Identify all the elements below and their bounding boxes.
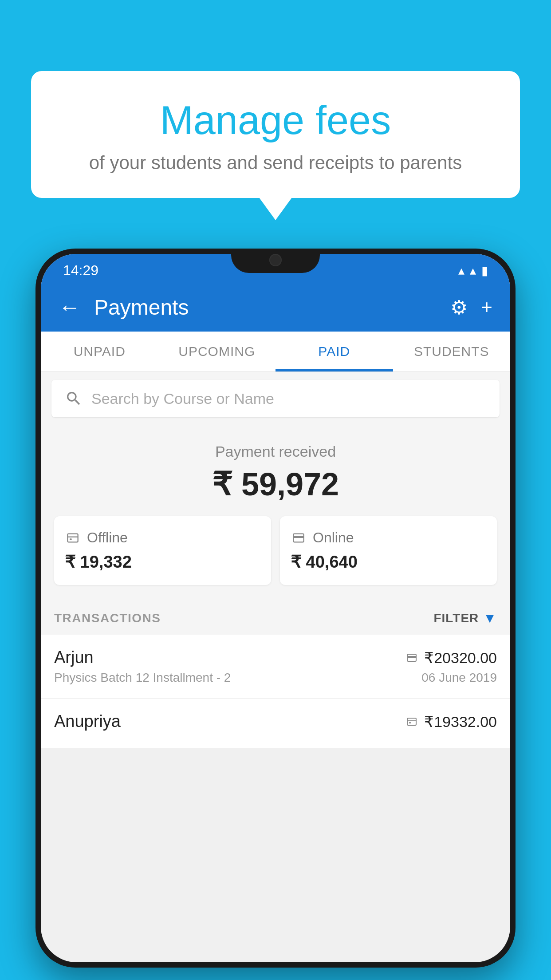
status-icons: ▴ ▴ ▮ <box>458 263 488 278</box>
app-bar: ← Payments ⚙ + <box>41 283 510 332</box>
online-payment-card: Online ₹ 40,640 <box>280 516 497 585</box>
transaction-amount-anupriya: ₹19332.00 <box>424 713 497 731</box>
transaction-name-arjun: Arjun <box>54 648 94 667</box>
svg-rect-2 <box>70 538 72 540</box>
payment-amount: ₹ 59,972 <box>54 466 497 503</box>
phone-screen: 14:29 ▴ ▴ ▮ ← Payments ⚙ + UNPAID UPCO <box>41 254 510 962</box>
add-icon[interactable]: + <box>481 296 492 318</box>
offline-label: Offline <box>87 530 128 546</box>
svg-rect-4 <box>293 536 303 538</box>
offline-payment-icon-anupriya <box>405 716 419 727</box>
transaction-row1-anupriya: Anupriya ₹19332.00 <box>54 712 497 731</box>
phone-notch <box>231 249 320 273</box>
filter-icon: ▼ <box>483 611 497 626</box>
wifi-icon: ▴ <box>458 263 464 278</box>
transactions-label: TRANSACTIONS <box>54 611 161 625</box>
phone-container: 14:29 ▴ ▴ ▮ ← Payments ⚙ + UNPAID UPCO <box>35 249 516 968</box>
payment-label: Payment received <box>54 443 497 460</box>
signal-icon: ▴ <box>470 263 476 278</box>
tab-unpaid[interactable]: UNPAID <box>41 332 158 371</box>
filter-button[interactable]: FILTER ▼ <box>433 611 497 626</box>
svg-rect-9 <box>409 722 411 723</box>
transaction-amount-container-anupriya: ₹19332.00 <box>405 713 497 731</box>
bubble-title: Manage fees <box>67 98 484 143</box>
offline-amount: ₹ 19,332 <box>65 552 260 572</box>
offline-card-header: Offline <box>65 530 260 546</box>
back-button[interactable]: ← <box>59 294 81 320</box>
search-icon <box>65 390 83 407</box>
transaction-detail-arjun: Physics Batch 12 Installment - 2 <box>54 671 231 685</box>
battery-icon: ▮ <box>481 263 488 278</box>
transaction-item-anupriya[interactable]: Anupriya ₹19332.00 <box>41 699 510 748</box>
tab-paid[interactable]: PAID <box>276 332 393 371</box>
app-bar-actions: ⚙ + <box>450 296 492 319</box>
search-placeholder: Search by Course or Name <box>91 390 274 407</box>
transactions-header: TRANSACTIONS FILTER ▼ <box>41 598 510 635</box>
settings-icon[interactable]: ⚙ <box>450 296 468 319</box>
payment-summary: Payment received ₹ 59,972 Offline <box>41 425 510 598</box>
payment-cards: Offline ₹ 19,332 Online ₹ <box>54 516 497 585</box>
online-amount: ₹ 40,640 <box>291 552 486 572</box>
online-card-header: Online <box>291 530 486 546</box>
speech-bubble-container: Manage fees of your students and send re… <box>31 71 520 198</box>
offline-icon <box>65 532 81 544</box>
svg-rect-7 <box>407 718 416 725</box>
front-camera <box>269 254 282 266</box>
transaction-amount-arjun: ₹20320.00 <box>424 649 497 667</box>
transaction-amount-container-arjun: ₹20320.00 <box>405 649 497 667</box>
online-icon <box>291 532 307 544</box>
online-label: Online <box>313 530 354 546</box>
tab-upcoming[interactable]: UPCOMING <box>158 332 276 371</box>
online-payment-icon-arjun <box>405 652 419 663</box>
transaction-name-anupriya: Anupriya <box>54 712 121 731</box>
search-box[interactable]: Search by Course or Name <box>51 380 500 417</box>
search-container: Search by Course or Name <box>41 372 510 425</box>
svg-rect-6 <box>407 656 416 658</box>
phone-frame: 14:29 ▴ ▴ ▮ ← Payments ⚙ + UNPAID UPCO <box>35 249 516 968</box>
transaction-date-arjun: 06 June 2019 <box>421 671 497 685</box>
offline-payment-card: Offline ₹ 19,332 <box>54 516 271 585</box>
transaction-row1-arjun: Arjun ₹20320.00 <box>54 648 497 667</box>
svg-rect-0 <box>67 533 78 542</box>
transaction-row2-arjun: Physics Batch 12 Installment - 2 06 June… <box>54 671 497 685</box>
transaction-item-arjun[interactable]: Arjun ₹20320.00 Physics Batch 12 Install… <box>41 635 510 699</box>
speech-bubble: Manage fees of your students and send re… <box>31 71 520 198</box>
status-time: 14:29 <box>63 262 98 279</box>
app-bar-title: Payments <box>94 295 437 320</box>
tab-students[interactable]: STUDENTS <box>393 332 511 371</box>
tabs-container: UNPAID UPCOMING PAID STUDENTS <box>41 332 510 372</box>
bubble-subtitle: of your students and send receipts to pa… <box>67 152 484 174</box>
filter-label: FILTER <box>433 611 479 625</box>
